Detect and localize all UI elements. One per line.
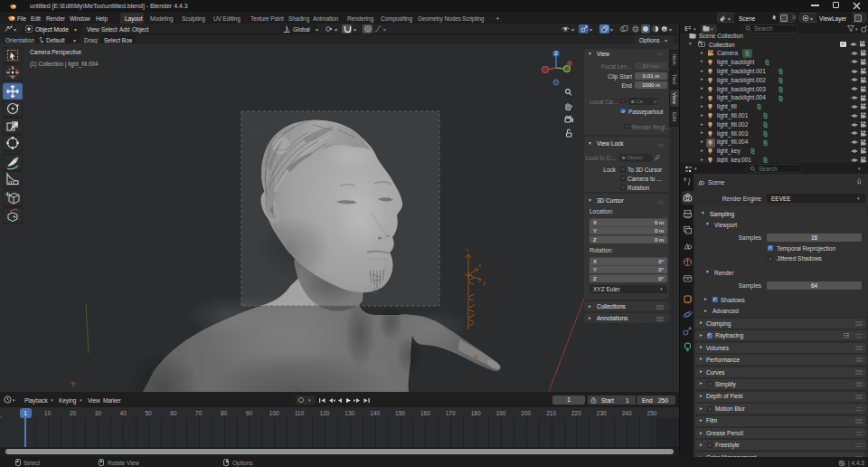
svg-text:Camera Perspective: Camera Perspective <box>30 49 82 56</box>
svg-text:(1) Collection | light_fill.00: (1) Collection | light_fill.004 <box>30 61 99 68</box>
